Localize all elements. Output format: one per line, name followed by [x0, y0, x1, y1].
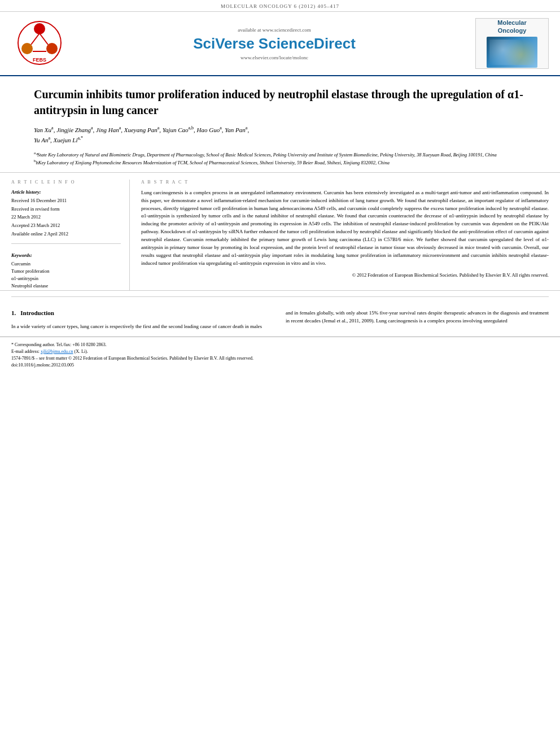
header-area: FEBS available at www.sciencedirect.com …: [0, 12, 560, 76]
author-hao-guo: Hao Guoa,: [197, 126, 225, 133]
author-jing-han: Jing Hana,: [96, 126, 124, 133]
sciverse-title: SciVerse ScienceDirect: [193, 35, 356, 53]
intro-left-col: 1. Introduction In a wide variety of can…: [11, 309, 274, 331]
journal-cover-title: MolecularOncology: [487, 19, 537, 34]
keyword-neutrophil-elastase: Neutrophil elastase: [11, 283, 121, 289]
author-xueyang-pan: Xueyang Pana,: [124, 126, 163, 133]
keywords-section: Keywords: Curcumin Tumor proliferation α…: [11, 252, 121, 289]
sciverse-area: available at www.sciencedirect.com SciVe…: [79, 27, 470, 60]
author-yan-pan: Yan Pana,: [225, 126, 249, 133]
journal-cover-box: MolecularOncology: [475, 18, 549, 69]
abstract-label: A B S T R A C T: [141, 180, 549, 185]
section-divider: [11, 296, 549, 297]
intro-number: 1.: [11, 309, 16, 316]
author-yajun-cao: Yajun Caoa,b,: [163, 126, 197, 133]
article-info-abstract-area: A R T I C L E I N F O Article history: R…: [0, 173, 560, 291]
divider-1: [11, 243, 121, 244]
author-xuejun-li: Xuejun Lia,*: [53, 137, 83, 143]
intro-text-right: and in females globally, with only about…: [286, 309, 549, 325]
footnote-corresponding: * Corresponding author. Tel./fax: +86 10…: [11, 342, 549, 348]
svg-line-4: [40, 33, 48, 45]
body-content-area: 1. Introduction In a wide variety of can…: [0, 303, 560, 331]
intro-right-col: and in females globally, with only about…: [286, 309, 549, 331]
keyword-antitrypsin: α1-antitrypsin: [11, 276, 121, 281]
footnote-email: E-mail address: xjli@bjmu.edu.cn (X. Li)…: [11, 348, 549, 355]
copyright-text: © 2012 Federation of European Biochemica…: [141, 272, 549, 279]
article-title: Curcumin inhibits tumor proliferation in…: [34, 86, 526, 118]
history-label: Article history:: [11, 189, 121, 195]
abstract-column: A B S T R A C T Lung carcinogenesis is a…: [141, 180, 549, 290]
footnotes-area: * Corresponding author. Tel./fax: +86 10…: [0, 337, 560, 373]
abstract-text: Lung carcinogenesis is a complex process…: [141, 189, 549, 268]
affiliations: aᵃState Key Laboratory of Natural and Bi…: [34, 150, 526, 167]
authors-list: Yan Xua, Jingjie Zhanga, Jing Hana, Xuey…: [34, 125, 526, 146]
received-date-1: Received 16 December 2011: [11, 198, 121, 204]
svg-text:FEBS: FEBS: [33, 57, 46, 63]
affiliation-b: bbKey Laboratory of Xinjiang Phytomedici…: [34, 158, 526, 167]
footnote-doi: doi:10.1016/j.molonc.2012.03.005: [11, 362, 549, 369]
keyword-curcumin: Curcumin: [11, 261, 121, 267]
svg-line-5: [31, 33, 40, 45]
journal-cover-inner: MolecularOncology: [484, 18, 540, 69]
affiliation-a: aᵃState Key Laboratory of Natural and Bi…: [34, 150, 526, 159]
journal-header: MOLECULAR ONCOLOGY 6 (2012) 405–417: [0, 0, 560, 12]
received-revised-label: Received in revised form: [11, 206, 121, 213]
author-yan-xu: Yan Xua,: [34, 126, 56, 133]
article-info-column: A R T I C L E I N F O Article history: R…: [11, 180, 130, 290]
svg-point-1: [34, 23, 45, 34]
author-jingjie-zhang: Jingjie Zhanga,: [56, 126, 96, 133]
accepted-date: Accepted 23 March 2012: [11, 222, 121, 229]
author-yu-an: Yu Ana,: [34, 137, 53, 143]
received-revised-date: 22 March 2012: [11, 214, 121, 221]
footnote-issn: 1574-7891/$ – see front matter © 2012 Fe…: [11, 355, 549, 362]
febs-logo-area: FEBS: [11, 18, 73, 69]
keyword-tumor-proliferation: Tumor proliferation: [11, 268, 121, 274]
journal-title-text: MOLECULAR ONCOLOGY 6 (2012) 405–417: [221, 3, 339, 9]
intro-text-left: In a wide variety of cancer types, lung …: [11, 323, 274, 331]
elsevier-link: www.elsevier.com/locate/molonc: [240, 55, 308, 60]
journal-cover-image: [487, 37, 537, 68]
keywords-label: Keywords:: [11, 252, 121, 258]
article-info-label: A R T I C L E I N F O: [11, 180, 121, 185]
article-title-area: Curcumin inhibits tumor proliferation in…: [0, 76, 560, 173]
footnote-email-link[interactable]: xjli@bjmu.edu.cn: [41, 349, 73, 354]
available-online-date: Available online 2 April 2012: [11, 231, 121, 238]
available-text: available at www.sciencedirect.com: [238, 27, 310, 33]
journal-logo-area: MolecularOncology: [475, 18, 549, 69]
intro-title: Introduction: [20, 309, 54, 316]
febs-logo-icon: FEBS: [11, 18, 68, 68]
